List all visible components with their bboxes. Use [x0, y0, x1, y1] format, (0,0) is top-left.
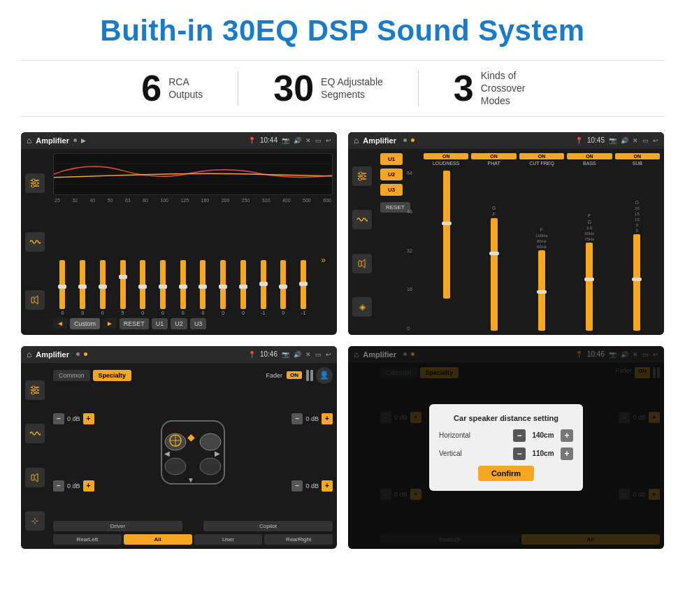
eq-loc-icon: 📍	[248, 137, 256, 144]
eq-track-10[interactable]	[261, 260, 266, 309]
cx-u2-button[interactable]: U2	[380, 169, 403, 180]
spk-home-icon[interactable]	[27, 350, 31, 359]
cx-sub-on[interactable]: ON	[615, 153, 660, 159]
eq-filter-icon[interactable]	[25, 173, 45, 193]
spk-person-icon[interactable]: 👤	[316, 367, 333, 384]
eq-track-2[interactable]	[100, 260, 106, 309]
spk-plus-2[interactable]: +	[322, 413, 333, 424]
eq-thumb-9[interactable]	[239, 285, 247, 289]
cx-loudness-slider[interactable]	[424, 171, 469, 331]
eq-track-11[interactable]	[280, 260, 286, 309]
eq-thumb-12[interactable]	[299, 282, 308, 286]
spk-filter-icon[interactable]	[25, 380, 45, 400]
spk-spk-icon[interactable]	[25, 468, 45, 487]
horizontal-minus-button[interactable]: −	[513, 429, 526, 442]
eq-slider-1[interactable]: 0	[73, 260, 92, 315]
spk-driver-button[interactable]: Driver	[53, 521, 182, 531]
spk-rearright-button[interactable]: RearRight	[264, 534, 333, 545]
cx-cutfreq-thumb[interactable]	[537, 290, 547, 294]
eq-reset-button[interactable]: RESET	[120, 318, 149, 329]
cx-wave-icon[interactable]	[352, 210, 372, 229]
spk-minus-0[interactable]: −	[53, 413, 64, 424]
eq-track-9[interactable]	[240, 260, 246, 309]
eq-slider-0[interactable]: 0	[53, 260, 72, 315]
eq-thumb-11[interactable]	[279, 285, 287, 289]
eq-thumb-2[interactable]	[99, 285, 107, 289]
cx-reset-button[interactable]: RESET	[380, 202, 410, 213]
eq-thumb-0[interactable]	[58, 285, 66, 289]
cx-loudness-thumb[interactable]	[442, 222, 452, 225]
eq-track-4[interactable]	[140, 260, 145, 309]
eq-thumb-6[interactable]	[179, 285, 187, 289]
eq-thumb-4[interactable]	[138, 285, 147, 289]
eq-expand-btn[interactable]: »	[314, 255, 333, 265]
eq-u2-button[interactable]: U2	[171, 318, 187, 329]
eq-thumb-8[interactable]	[219, 285, 227, 289]
eq-track-7[interactable]	[200, 260, 206, 309]
eq-track-1[interactable]	[80, 260, 85, 309]
eq-thumb-7[interactable]	[199, 285, 207, 289]
cx-bass-on[interactable]: ON	[567, 153, 612, 159]
eq-slider-10[interactable]: -1	[254, 260, 273, 315]
eq-track-12[interactable]	[301, 260, 306, 309]
spk-plus-0[interactable]: +	[83, 413, 94, 424]
spk-wave-icon[interactable]	[25, 424, 45, 443]
spk-common-tab[interactable]: Common	[53, 370, 90, 381]
eq-slider-7[interactable]: 0	[194, 260, 212, 315]
eq-slider-12[interactable]: -1	[294, 260, 313, 315]
cx-sub-thumb[interactable]	[632, 278, 642, 281]
spk-minus-1[interactable]: −	[53, 480, 64, 492]
cx-cutfreq-on[interactable]: ON	[519, 153, 564, 159]
eq-u3-button[interactable]: U3	[190, 318, 207, 329]
spk-plus-3[interactable]: +	[322, 480, 333, 492]
vertical-plus-button[interactable]: +	[561, 447, 573, 460]
eq-slider-5[interactable]: 0	[154, 260, 173, 315]
cx-speaker-icon[interactable]	[352, 254, 372, 273]
eq-custom-button[interactable]: Custom	[70, 318, 100, 329]
spk-all-button[interactable]: All	[124, 534, 192, 545]
spk-minus-2[interactable]: −	[291, 413, 303, 424]
spk-copilot-button[interactable]: Copilot	[203, 521, 333, 531]
confirm-button[interactable]: Confirm	[478, 466, 534, 481]
home-icon[interactable]	[27, 136, 31, 145]
eq-slider-8[interactable]: 0	[214, 260, 233, 315]
vertical-minus-button[interactable]: −	[513, 447, 526, 460]
eq-thumb-3[interactable]	[119, 275, 127, 279]
cx-u1-button[interactable]: U1	[380, 153, 403, 165]
eq-wave-icon[interactable]	[25, 232, 45, 252]
eq-slider-6[interactable]: 0	[173, 260, 192, 315]
cx-phat-thumb[interactable]	[489, 252, 499, 255]
cx-home-icon[interactable]	[354, 136, 359, 145]
eq-track-5[interactable]	[160, 260, 166, 309]
eq-slider-2[interactable]: 0	[93, 260, 112, 315]
cx-vol-ctrl-icon[interactable]: ◈	[352, 297, 372, 317]
horizontal-plus-button[interactable]: +	[561, 429, 573, 442]
eq-thumb-10[interactable]	[259, 282, 268, 286]
eq-thumb-5[interactable]	[159, 285, 167, 289]
eq-track-6[interactable]	[180, 260, 186, 309]
cx-filter-icon[interactable]	[352, 166, 372, 186]
cx-bass-thumb[interactable]	[584, 278, 594, 281]
cx-loudness-on[interactable]: ON	[424, 153, 468, 159]
cx-u3-button[interactable]: U3	[380, 184, 403, 196]
eq-prev-button[interactable]: ◄	[53, 318, 67, 329]
eq-slider-4[interactable]: 0	[134, 260, 152, 315]
spk-user-button[interactable]: User	[194, 534, 263, 545]
eq-speaker-icon[interactable]	[25, 290, 45, 310]
spk-rearleft-button[interactable]: RearLeft	[53, 534, 122, 545]
spk-minus-3[interactable]: −	[291, 480, 303, 492]
eq-track-8[interactable]	[220, 260, 226, 309]
eq-slider-11[interactable]: 0	[274, 260, 293, 315]
spk-fader-on-button[interactable]: ON	[287, 371, 302, 379]
eq-next-button[interactable]: ►	[103, 318, 117, 329]
eq-slider-3[interactable]: 5	[113, 260, 132, 315]
eq-u1-button[interactable]: U1	[152, 318, 168, 329]
eq-track-0[interactable]	[59, 260, 65, 309]
eq-track-3[interactable]	[120, 260, 126, 309]
eq-slider-9[interactable]: 0	[233, 260, 252, 315]
eq-thumb-1[interactable]	[78, 285, 87, 289]
cx-phat-on[interactable]: ON	[471, 153, 516, 159]
spk-arrows-icon[interactable]: ⊹	[25, 511, 45, 531]
spk-specialty-tab[interactable]: Specialty	[93, 370, 132, 381]
spk-plus-1[interactable]: +	[83, 480, 94, 492]
